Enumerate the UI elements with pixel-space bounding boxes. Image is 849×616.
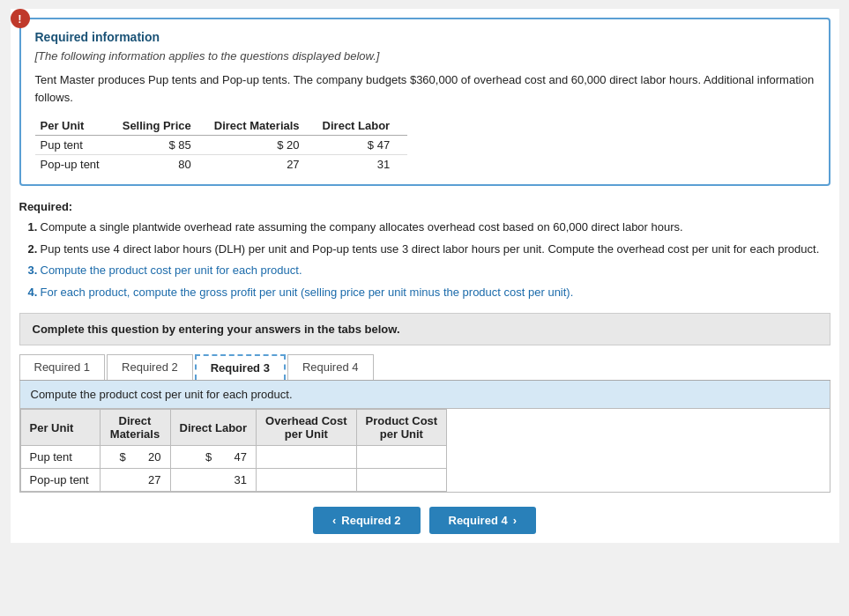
info-italic: [The following information applies to th… bbox=[35, 49, 815, 63]
info-table: Per Unit Selling Price Direct Materials … bbox=[35, 116, 408, 174]
list-item-3: 3. Compute the product cost per unit for… bbox=[28, 262, 830, 279]
tab-required1[interactable]: Required 1 bbox=[19, 354, 106, 380]
row-name: Pop-up tent bbox=[35, 155, 117, 174]
alert-icon: ! bbox=[11, 9, 30, 28]
col-overhead-cost: Overhead Costper Unit bbox=[257, 410, 356, 446]
product-name-popup: Pop-up tent bbox=[20, 469, 100, 492]
product-cost-input-pup[interactable] bbox=[356, 446, 447, 469]
list-num-2: 2. bbox=[28, 241, 38, 258]
product-cost-field-popup[interactable] bbox=[367, 473, 437, 486]
prev-button[interactable]: Required 2 bbox=[313, 507, 421, 534]
col-header-selling: Selling Price bbox=[117, 116, 209, 136]
next-button[interactable]: Required 4 bbox=[429, 507, 537, 534]
list-item-4: 4. For each product, compute the gross p… bbox=[28, 284, 830, 301]
row-name: Pup tent bbox=[35, 136, 117, 155]
page-wrapper: ! Required information [The following in… bbox=[11, 9, 839, 543]
list-item-2: 2. Pup tents use 4 direct labor hours (D… bbox=[28, 241, 830, 258]
overhead-input-pup[interactable] bbox=[257, 446, 356, 469]
bottom-nav: Required 2 Required 4 bbox=[19, 507, 830, 534]
col-product-cost: Product Costper Unit bbox=[356, 410, 447, 446]
row-selling: 80 bbox=[117, 155, 209, 174]
table-row-popup: Pop-up tent 27 31 bbox=[20, 469, 447, 492]
chevron-right-icon bbox=[513, 514, 517, 527]
chevron-left-icon bbox=[332, 514, 336, 527]
row-labor: 31 bbox=[317, 155, 408, 174]
direct-labor-popup: 31 bbox=[170, 469, 257, 492]
info-text: Tent Master produces Pup tents and Pop-u… bbox=[35, 71, 815, 106]
col-direct-materials: DirectMaterials bbox=[100, 410, 170, 446]
info-box: ! Required information [The following in… bbox=[19, 18, 830, 186]
tab-description: Compute the product cost per unit for ea… bbox=[20, 381, 830, 409]
prev-label: Required 2 bbox=[341, 514, 400, 527]
overhead-input-popup[interactable] bbox=[257, 469, 356, 492]
info-title: Required information bbox=[35, 30, 815, 44]
product-table: Per Unit DirectMaterials Direct Labor Ov… bbox=[20, 409, 448, 492]
col-per-unit: Per Unit bbox=[20, 410, 100, 446]
list-item-1: 1. Compute a single plantwide overhead r… bbox=[28, 219, 830, 236]
tab-required3[interactable]: Required 3 bbox=[195, 354, 286, 380]
product-name-pup: Pup tent bbox=[20, 446, 100, 469]
list-num-3: 3. bbox=[28, 262, 38, 279]
tabs-row: Required 1 Required 2 Required 3 Require… bbox=[19, 354, 830, 381]
tab-content: Compute the product cost per unit for ea… bbox=[19, 381, 830, 493]
next-label: Required 4 bbox=[449, 514, 508, 527]
required-label: Required: bbox=[19, 200, 830, 213]
tab-required4[interactable]: Required 4 bbox=[287, 354, 374, 380]
required-section: Required: 1. Compute a single plantwide … bbox=[19, 200, 830, 301]
product-cost-field-pup[interactable] bbox=[367, 450, 437, 464]
table-row: Pop-up tent 80 27 31 bbox=[35, 155, 408, 174]
col-header-materials: Direct Materials bbox=[209, 116, 317, 136]
overhead-field-pup[interactable] bbox=[277, 450, 347, 464]
product-cost-input-popup[interactable] bbox=[356, 469, 447, 492]
overhead-field-popup[interactable] bbox=[277, 473, 347, 486]
col-header-unit: Per Unit bbox=[35, 116, 117, 136]
required-list: 1. Compute a single plantwide overhead r… bbox=[19, 219, 830, 301]
row-materials: 27 bbox=[209, 155, 317, 174]
table-row: Pup tent $ 85 $ 20 $ 47 bbox=[35, 136, 408, 155]
table-row-pup: Pup tent $ 20 $ 47 bbox=[20, 446, 447, 469]
direct-materials-popup: 27 bbox=[100, 469, 170, 492]
row-labor: $ 47 bbox=[317, 136, 408, 155]
col-direct-labor: Direct Labor bbox=[170, 410, 257, 446]
col-header-labor: Direct Labor bbox=[317, 116, 408, 136]
direct-labor-pup: $ 47 bbox=[170, 446, 257, 469]
list-num-1: 1. bbox=[28, 219, 38, 236]
instruction-bar: Complete this question by entering your … bbox=[19, 313, 830, 345]
direct-materials-pup: $ 20 bbox=[100, 446, 170, 469]
list-num-4: 4. bbox=[28, 284, 38, 301]
row-selling: $ 85 bbox=[117, 136, 209, 155]
tab-required2[interactable]: Required 2 bbox=[107, 354, 193, 380]
row-materials: $ 20 bbox=[209, 136, 317, 155]
